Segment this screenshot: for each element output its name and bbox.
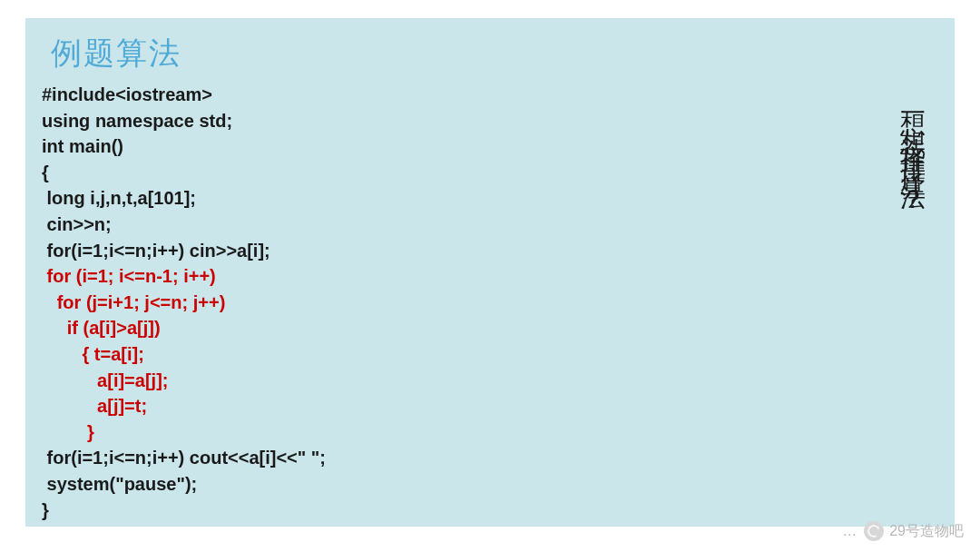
code-line: for(i=1;i<=n;i++) cin>>a[i]; <box>42 241 270 261</box>
code-line: int main() <box>42 136 123 156</box>
code-line: for(i=1;i<=n;i++) cout<<a[i]<<" "; <box>42 448 326 468</box>
code-line: system("pause"); <box>42 474 197 494</box>
slide-title: 例题算法 <box>25 18 955 82</box>
wechat-icon <box>864 521 884 541</box>
code-line: { <box>42 163 49 182</box>
code-line: cin>>n; <box>42 214 112 234</box>
slide-content: #include<iostream> using namespace std; … <box>25 82 955 534</box>
code-line: long i,j,n,t,a[101]; <box>42 188 196 208</box>
code-line: using namespace std; <box>42 111 232 131</box>
watermark: … 29号造物吧 <box>842 521 964 541</box>
vertical-question: 想一想选择排序算法？ <box>880 91 929 481</box>
code-block: #include<iostream> using namespace std; … <box>42 82 862 523</box>
watermark-text: 29号造物吧 <box>889 522 964 541</box>
code-line-highlight: { t=a[i]; <box>42 344 144 364</box>
code-line-highlight: } <box>42 422 94 442</box>
watermark-dots: … <box>842 523 858 539</box>
code-line: #include<iostream> <box>42 84 212 104</box>
code-line-highlight: for (j=i+1; j<=n; j++) <box>42 292 225 312</box>
code-line-highlight: for (i=1; i<=n-1; i++) <box>42 266 216 286</box>
code-line-highlight: a[j]=t; <box>42 396 147 416</box>
slide-panel: 例题算法 #include<iostream> using namespace … <box>25 18 955 527</box>
code-line: } <box>42 500 49 520</box>
code-line-highlight: a[i]=a[j]; <box>42 370 168 390</box>
code-line-highlight: if (a[i]>a[j]) <box>42 318 161 338</box>
